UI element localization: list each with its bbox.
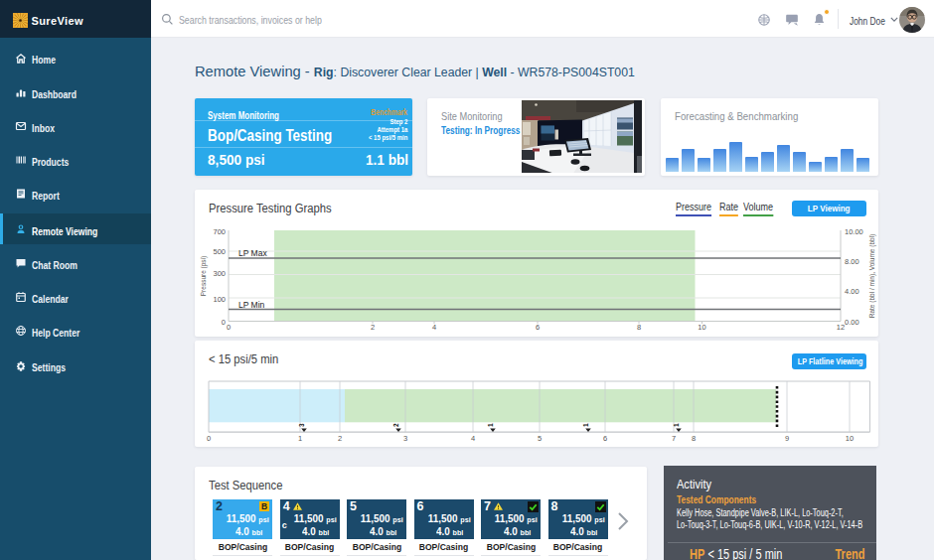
svg-text:9: 9 xyxy=(785,434,789,443)
svg-text:0.00: 0.00 xyxy=(845,318,859,327)
svg-text:0: 0 xyxy=(207,434,211,443)
svg-text:10: 10 xyxy=(698,323,705,332)
svg-text:4: 4 xyxy=(471,434,475,443)
svg-text:1: 1 xyxy=(582,423,589,427)
svg-text:Pressure (psi): Pressure (psi) xyxy=(200,256,208,296)
svg-text:100: 100 xyxy=(213,295,226,304)
svg-text:300: 300 xyxy=(213,269,226,278)
svg-text:3: 3 xyxy=(403,434,407,443)
svg-text:LP Max: LP Max xyxy=(238,248,267,258)
svg-text:4.00: 4.00 xyxy=(845,287,859,296)
svg-text:LP Min: LP Min xyxy=(238,300,265,310)
svg-text:Rate (bbl / min), Volume (bbl): Rate (bbl / min), Volume (bbl) xyxy=(868,234,876,319)
svg-text:6: 6 xyxy=(536,323,540,332)
svg-text:500: 500 xyxy=(213,247,226,256)
svg-text:8: 8 xyxy=(637,323,641,332)
svg-text:1: 1 xyxy=(673,423,680,427)
svg-text:12: 12 xyxy=(837,323,845,332)
svg-text:5: 5 xyxy=(538,434,542,443)
svg-text:1: 1 xyxy=(298,434,302,443)
svg-text:10.00: 10.00 xyxy=(845,227,863,236)
svg-text:2: 2 xyxy=(392,423,399,427)
svg-text:0: 0 xyxy=(227,323,231,332)
svg-text:8.00: 8.00 xyxy=(845,257,859,266)
svg-text:1: 1 xyxy=(487,423,494,427)
svg-text:10: 10 xyxy=(846,434,854,443)
svg-text:6: 6 xyxy=(603,434,607,443)
svg-text:3: 3 xyxy=(298,423,305,427)
svg-text:2: 2 xyxy=(338,434,342,443)
svg-text:8: 8 xyxy=(692,434,696,443)
svg-text:7: 7 xyxy=(672,434,676,443)
svg-text:700: 700 xyxy=(213,227,226,236)
svg-text:4: 4 xyxy=(432,323,436,332)
svg-text:2: 2 xyxy=(371,323,375,332)
svg-text:0: 0 xyxy=(222,318,226,327)
